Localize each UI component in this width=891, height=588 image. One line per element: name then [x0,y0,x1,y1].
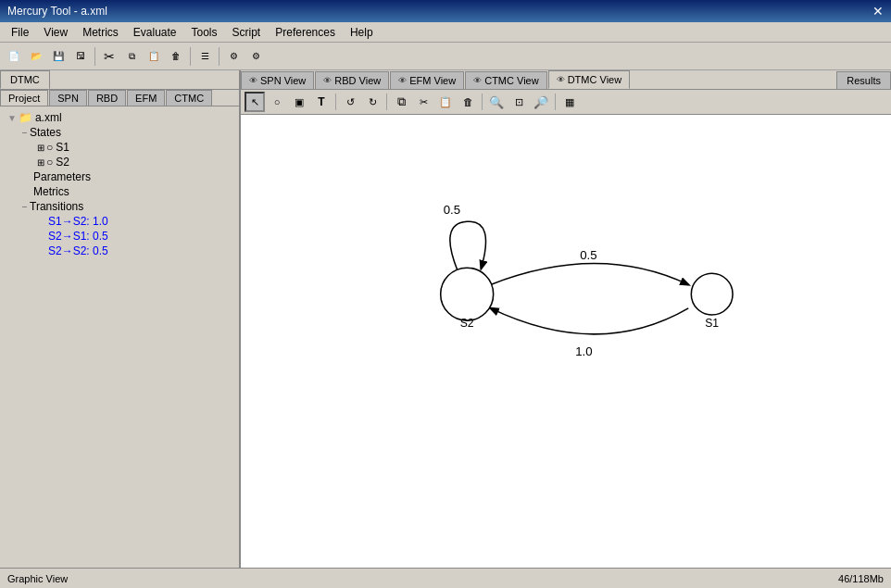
separator [335,94,336,110]
tree-item-t1[interactable]: S1→S2: 1.0 [4,214,235,229]
eye-icon: 👁 [557,75,565,84]
sub-tab-project[interactable]: Project [0,90,48,106]
copy-node-button[interactable]: ⧉ [121,46,142,67]
settings2-button[interactable]: ⚙ [245,46,266,67]
state-box-button[interactable]: ▣ [289,92,309,112]
tree-link-label: S1→S2: 1.0 [48,215,108,228]
delete-node-button[interactable]: 🗑 [166,46,186,67]
settings-button[interactable]: ⚙ [223,46,244,67]
toolbar-separator [219,47,220,66]
open-button[interactable]: 📂 [26,46,46,67]
title-bar: Mercury Tool - a.xml ✕ [0,0,891,22]
tree-node-label: S1 [56,141,69,154]
paste-node-button[interactable]: 📋 [144,46,164,67]
close-button[interactable]: ✕ [872,4,884,19]
menu-item-evaluate[interactable]: Evaluate [126,24,184,41]
tab-results[interactable]: Results [836,71,891,89]
status-left: Graphic View [7,573,68,584]
tree-item-transitions[interactable]: –Transitions [4,199,235,214]
tab-rbd-view[interactable]: 👁 RBD View [315,71,389,89]
sub-tab-efm[interactable]: EFM [127,90,165,106]
tab-spn-view[interactable]: 👁 SPN View [241,71,314,89]
menu-item-metrics[interactable]: Metrics [75,24,126,41]
sub-tab-rbd[interactable]: RBD [88,90,126,106]
cut-node-button[interactable]: ✂ [99,46,119,67]
node-s1[interactable] [691,273,733,315]
tree-item-t2[interactable]: S2→S1: 0.5 [4,229,235,244]
folder-icon: 📁 [19,111,32,124]
tab-efm-view[interactable]: 👁 EFM View [390,71,464,89]
separator [555,94,556,110]
menu-item-file[interactable]: File [4,24,36,41]
tree-item-parameters[interactable]: Parameters [4,169,235,184]
tree-item-s1[interactable]: ⊞○S1 [4,140,235,155]
view-tabs: 👁 SPN View 👁 RBD View 👁 EFM View 👁 CTMC … [241,70,891,90]
eye-icon: 👁 [249,76,257,85]
undo-button[interactable]: ↺ [340,92,360,112]
copy-button[interactable]: ⧉ [391,92,411,112]
tree-section-label: States [30,126,61,139]
tab-ctmc-view[interactable]: 👁 CTMC View [465,71,546,89]
toolbar: 📄📂💾🖫✂⧉📋🗑☰⚙⚙ [0,43,891,70]
sub-tab-ctmc[interactable]: CTMC [166,90,212,106]
left-tab-dtmc[interactable]: DTMC [0,70,50,89]
separator [386,94,387,110]
node-s1-label: S1 [705,317,719,330]
eye-icon: 👁 [323,76,332,85]
tab-dtmc-view[interactable]: 👁 DTMC View [548,70,630,89]
edge-s1-s2-label: 1.0 [575,344,592,358]
menu-bar: FileViewMetricsEvaluateToolsScriptPrefer… [0,22,891,43]
list-button[interactable]: ☰ [195,46,215,67]
paste-button[interactable]: 📋 [435,92,456,112]
canvas-area[interactable]: 0.5 0.5 1.0 S2 S1 [241,115,891,568]
text-tool-button[interactable]: T [311,92,332,112]
menu-item-tools[interactable]: Tools [184,24,225,41]
self-loop-label: 0.5 [444,203,460,217]
delete-button[interactable]: 🗑 [458,92,478,112]
node-s2[interactable] [441,268,494,320]
save-button[interactable]: 💾 [48,46,69,67]
menu-item-script[interactable]: Script [225,24,269,41]
zoom-out-button[interactable]: 🔎 [531,92,551,112]
save-all-button[interactable]: 🖫 [70,46,91,67]
tree-label: a.xml [35,111,62,124]
title-text: Mercury Tool - a.xml [7,5,107,18]
tree-link-label: S2→S2: 0.5 [48,244,108,257]
left-sub-tabs: Project SPN RBD EFM CTMC [0,90,239,106]
eye-icon: 👁 [398,76,407,85]
grid-button[interactable]: ▦ [559,92,580,112]
redo-button[interactable]: ↻ [362,92,383,112]
tree-item-s2[interactable]: ⊞○S2 [4,155,235,169]
toolbar-separator [94,47,95,66]
tree-section-label: Parameters [33,170,91,183]
node-s2-label: S2 [460,317,474,330]
sub-tab-spn[interactable]: SPN [49,90,87,106]
zoom-fit-button[interactable]: ⊡ [508,92,529,112]
cut-button[interactable]: ✂ [413,92,433,112]
tree-item-metrics[interactable]: Metrics [4,184,235,199]
tree-item-root[interactable]: ▼📁a.xml [4,110,235,125]
menu-item-help[interactable]: Help [343,24,381,41]
tree-item-t3[interactable]: S2→S2: 0.5 [4,244,235,258]
separator [482,94,483,110]
tree-item-states[interactable]: –States [4,125,235,140]
left-panel: DTMC Project SPN RBD EFM CTMC ▼📁a.xml–St… [0,70,241,568]
tree: ▼📁a.xml–States⊞○S1⊞○S2ParametersMetrics–… [0,106,239,568]
diagram-svg: 0.5 0.5 1.0 S2 S1 [241,115,891,568]
menu-item-preferences[interactable]: Preferences [268,24,343,41]
new-button[interactable]: 📄 [4,46,24,67]
edge-s2-s1-label: 0.5 [580,248,596,262]
self-loop-s2 [450,221,486,270]
menu-item-view[interactable]: View [36,24,75,41]
zoom-in-button[interactable]: 🔍 [486,92,507,112]
main-layout: DTMC Project SPN RBD EFM CTMC ▼📁a.xml–St… [0,70,891,568]
tree-node-label: S2 [56,156,69,169]
canvas-toolbar: ↖ ○ ▣ T ↺ ↻ ⧉ ✂ 📋 🗑 🔍 ⊡ 🔎 ▦ [241,90,891,115]
right-panel: 👁 SPN View 👁 RBD View 👁 EFM View 👁 CTMC … [241,70,891,568]
select-tool-button[interactable]: ↖ [245,92,265,112]
circle-tool-button[interactable]: ○ [267,92,287,112]
left-tabs: DTMC [0,70,239,90]
edge-s1-s2 [491,308,689,334]
folder-expander: ▼ [7,113,17,123]
edge-s2-s1 [491,264,689,285]
